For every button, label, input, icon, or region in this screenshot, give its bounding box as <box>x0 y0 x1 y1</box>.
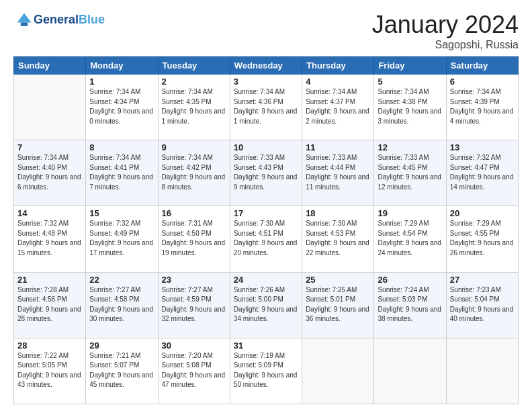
table-row: 15Sunrise: 7:32 AMSunset: 4:49 PMDayligh… <box>86 206 158 272</box>
day-number: 23 <box>162 275 226 285</box>
day-number: 12 <box>378 142 442 152</box>
day-number: 20 <box>450 208 515 218</box>
day-number: 27 <box>450 275 515 285</box>
day-number: 2 <box>162 77 226 87</box>
logo-blue: Blue <box>79 13 105 26</box>
day-number: 18 <box>306 208 370 218</box>
day-number: 15 <box>89 208 154 218</box>
cell-info: Sunrise: 7:33 AMSunset: 4:45 PMDaylight:… <box>378 153 442 192</box>
calendar-week-row: 14Sunrise: 7:32 AMSunset: 4:48 PMDayligh… <box>14 206 519 272</box>
cell-info: Sunrise: 7:25 AMSunset: 5:01 PMDaylight:… <box>306 285 370 324</box>
cell-info: Sunrise: 7:32 AMSunset: 4:49 PMDaylight:… <box>89 219 154 258</box>
table-row: 27Sunrise: 7:23 AMSunset: 5:04 PMDayligh… <box>446 272 518 338</box>
table-row: 13Sunrise: 7:32 AMSunset: 4:47 PMDayligh… <box>446 140 518 206</box>
calendar-week-row: 28Sunrise: 7:22 AMSunset: 5:05 PMDayligh… <box>14 338 519 404</box>
table-row: 9Sunrise: 7:34 AMSunset: 4:42 PMDaylight… <box>158 140 230 206</box>
logo-general: General <box>34 13 79 26</box>
table-row: 3Sunrise: 7:34 AMSunset: 4:36 PMDaylight… <box>230 75 302 140</box>
table-row: 17Sunrise: 7:30 AMSunset: 4:51 PMDayligh… <box>230 206 302 272</box>
table-row: 18Sunrise: 7:30 AMSunset: 4:53 PMDayligh… <box>302 206 374 272</box>
table-row: 30Sunrise: 7:20 AMSunset: 5:08 PMDayligh… <box>158 338 230 404</box>
cell-info: Sunrise: 7:30 AMSunset: 4:53 PMDaylight:… <box>306 219 370 258</box>
cell-info: Sunrise: 7:34 AMSunset: 4:42 PMDaylight:… <box>162 153 226 192</box>
table-row: 23Sunrise: 7:27 AMSunset: 4:59 PMDayligh… <box>158 272 230 338</box>
calendar-header-row: Sunday Monday Tuesday Wednesday Thursday… <box>14 57 519 75</box>
day-number: 28 <box>17 340 82 351</box>
cell-info: Sunrise: 7:34 AMSunset: 4:35 PMDaylight:… <box>162 87 226 126</box>
col-monday: Monday <box>86 57 158 75</box>
cell-info: Sunrise: 7:32 AMSunset: 4:48 PMDaylight:… <box>17 219 82 258</box>
table-row: 25Sunrise: 7:25 AMSunset: 5:01 PMDayligh… <box>302 272 374 338</box>
cell-info: Sunrise: 7:34 AMSunset: 4:36 PMDaylight:… <box>234 87 298 126</box>
cell-info: Sunrise: 7:21 AMSunset: 5:07 PMDaylight:… <box>89 351 154 390</box>
table-row: 8Sunrise: 7:34 AMSunset: 4:41 PMDaylight… <box>86 140 158 206</box>
col-tuesday: Tuesday <box>158 57 230 75</box>
cell-info: Sunrise: 7:27 AMSunset: 4:58 PMDaylight:… <box>89 285 154 324</box>
cell-info: Sunrise: 7:20 AMSunset: 5:08 PMDaylight:… <box>162 351 226 390</box>
location: Sagopshi, Russia <box>372 39 519 51</box>
table-row: 4Sunrise: 7:34 AMSunset: 4:37 PMDaylight… <box>302 75 374 140</box>
table-row <box>446 338 518 404</box>
table-row: 22Sunrise: 7:27 AMSunset: 4:58 PMDayligh… <box>86 272 158 338</box>
day-number: 1 <box>89 77 154 87</box>
day-number: 22 <box>89 275 154 285</box>
month-title: January 2024 <box>372 11 519 39</box>
cell-info: Sunrise: 7:34 AMSunset: 4:37 PMDaylight:… <box>306 87 370 126</box>
table-row: 10Sunrise: 7:33 AMSunset: 4:43 PMDayligh… <box>230 140 302 206</box>
cell-info: Sunrise: 7:29 AMSunset: 4:55 PMDaylight:… <box>450 219 515 258</box>
cell-info: Sunrise: 7:27 AMSunset: 4:59 PMDaylight:… <box>162 285 226 324</box>
table-row: 20Sunrise: 7:29 AMSunset: 4:55 PMDayligh… <box>446 206 518 272</box>
table-row: 29Sunrise: 7:21 AMSunset: 5:07 PMDayligh… <box>86 338 158 404</box>
table-row: 5Sunrise: 7:34 AMSunset: 4:38 PMDaylight… <box>374 75 446 140</box>
cell-info: Sunrise: 7:33 AMSunset: 4:43 PMDaylight:… <box>234 153 298 192</box>
day-number: 10 <box>234 142 298 152</box>
day-number: 8 <box>89 142 154 152</box>
calendar-week-row: 21Sunrise: 7:28 AMSunset: 4:56 PMDayligh… <box>14 272 519 338</box>
logo-icon <box>15 11 34 30</box>
table-row: 11Sunrise: 7:33 AMSunset: 4:44 PMDayligh… <box>302 140 374 206</box>
header: GeneralBlue January 2024 Sagopshi, Russi… <box>13 11 519 51</box>
day-number: 4 <box>306 77 370 87</box>
day-number: 16 <box>162 208 226 218</box>
col-friday: Friday <box>374 57 446 75</box>
day-number: 26 <box>378 275 442 285</box>
cell-info: Sunrise: 7:34 AMSunset: 4:41 PMDaylight:… <box>89 153 154 192</box>
table-row: 2Sunrise: 7:34 AMSunset: 4:35 PMDaylight… <box>158 75 230 140</box>
day-number: 6 <box>450 77 515 87</box>
logo: GeneralBlue <box>13 11 105 30</box>
cell-info: Sunrise: 7:34 AMSunset: 4:40 PMDaylight:… <box>17 153 82 192</box>
col-thursday: Thursday <box>302 57 374 75</box>
table-row: 21Sunrise: 7:28 AMSunset: 4:56 PMDayligh… <box>14 272 86 338</box>
cell-info: Sunrise: 7:22 AMSunset: 5:05 PMDaylight:… <box>17 351 82 390</box>
day-number: 19 <box>378 208 442 218</box>
col-wednesday: Wednesday <box>230 57 302 75</box>
day-number: 30 <box>162 340 226 351</box>
cell-info: Sunrise: 7:34 AMSunset: 4:39 PMDaylight:… <box>450 87 515 126</box>
title-area: January 2024 Sagopshi, Russia <box>372 11 519 51</box>
day-number: 7 <box>17 142 82 152</box>
cell-info: Sunrise: 7:30 AMSunset: 4:51 PMDaylight:… <box>234 219 298 258</box>
table-row: 31Sunrise: 7:19 AMSunset: 5:09 PMDayligh… <box>230 338 302 404</box>
day-number: 17 <box>234 208 298 218</box>
svg-rect-1 <box>21 23 28 26</box>
calendar-week-row: 1Sunrise: 7:34 AMSunset: 4:34 PMDaylight… <box>14 75 519 140</box>
day-number: 3 <box>234 77 298 87</box>
table-row <box>302 338 374 404</box>
cell-info: Sunrise: 7:28 AMSunset: 4:56 PMDaylight:… <box>17 285 82 324</box>
cell-info: Sunrise: 7:34 AMSunset: 4:38 PMDaylight:… <box>378 87 442 126</box>
day-number: 21 <box>17 275 82 285</box>
day-number: 14 <box>17 208 82 218</box>
table-row: 1Sunrise: 7:34 AMSunset: 4:34 PMDaylight… <box>86 75 158 140</box>
calendar-week-row: 7Sunrise: 7:34 AMSunset: 4:40 PMDaylight… <box>14 140 519 206</box>
table-row: 19Sunrise: 7:29 AMSunset: 4:54 PMDayligh… <box>374 206 446 272</box>
table-row: 7Sunrise: 7:34 AMSunset: 4:40 PMDaylight… <box>14 140 86 206</box>
table-row: 28Sunrise: 7:22 AMSunset: 5:05 PMDayligh… <box>14 338 86 404</box>
day-number: 9 <box>162 142 226 152</box>
day-number: 13 <box>450 142 515 152</box>
col-saturday: Saturday <box>446 57 518 75</box>
cell-info: Sunrise: 7:29 AMSunset: 4:54 PMDaylight:… <box>378 219 442 258</box>
col-sunday: Sunday <box>14 57 86 75</box>
calendar-table: Sunday Monday Tuesday Wednesday Thursday… <box>13 56 519 404</box>
cell-info: Sunrise: 7:31 AMSunset: 4:50 PMDaylight:… <box>162 219 226 258</box>
day-number: 31 <box>234 340 298 351</box>
